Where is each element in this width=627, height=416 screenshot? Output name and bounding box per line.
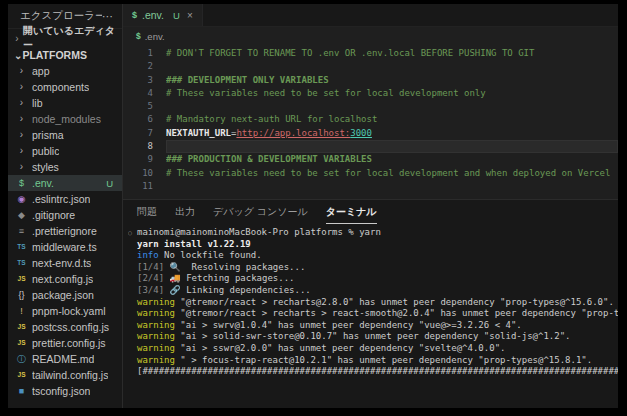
code-line[interactable]: 5 <box>123 100 618 113</box>
git-modified-badge: U <box>173 10 180 21</box>
file-tree-item[interactable]: {}package.json <box>8 287 122 303</box>
file-tree-item[interactable]: JSprettier.config.js <box>8 335 122 351</box>
panel-tab-item[interactable]: 問題 <box>137 200 157 224</box>
chevron-right-icon: › <box>15 146 28 156</box>
terminal-line[interactable]: warning "ai > swrv@1.0.4" has unmet peer… <box>128 320 618 332</box>
panel-tab-bar: 問題出力デバッグ コンソールターミナル <box>123 200 618 224</box>
file-tree-item-label: pnpm-lock.yaml <box>32 305 106 317</box>
terminal-line[interactable]: [2/4] 🚚 Fetching packages... <box>128 273 618 285</box>
file-tree-item[interactable]: ›styles <box>8 159 122 175</box>
javascript-icon: JS <box>15 274 28 284</box>
code-line[interactable]: 7NEXTAUTH_URL=http://app.localhost:3000 <box>123 127 618 140</box>
terminal-text: "@tremor/react > recharts > react-smooth… <box>175 308 618 318</box>
file-tree-item-label: prettier.config.js <box>32 337 106 349</box>
code-line[interactable]: 4# These variables need to be set for lo… <box>123 87 618 100</box>
terminal-line[interactable]: warning "@tremor/react > recharts@2.8.0"… <box>128 297 618 309</box>
terminal-line[interactable]: [3/4] 🔗 Linking dependencies... <box>128 285 618 297</box>
file-tree-item[interactable]: ›prisma <box>8 127 122 143</box>
terminal-line[interactable]: warning "ai > sswr@2.0.0" has unmet peer… <box>128 343 618 355</box>
terminal-text: "ai > solid-swr-store@0.10.7" has unmet … <box>175 331 571 341</box>
terminal-text: warning <box>137 297 175 307</box>
file-tree-item-label: tsconfig.json <box>32 385 90 397</box>
code-line[interactable]: 1# DON'T FORGET TO RENAME TO .env OR .en… <box>123 47 618 60</box>
terminal-line[interactable]: [#######################################… <box>128 366 618 378</box>
dollar-env-icon: $ <box>136 31 141 41</box>
chevron-right-icon: › <box>15 66 28 76</box>
code-line[interactable]: 10# These variables need to be set for l… <box>123 167 618 180</box>
file-tree-item-label: prisma <box>32 129 64 141</box>
file-tree-item[interactable]: TSmiddleware.ts <box>8 239 122 255</box>
code-token: NEXTAUTH_URL <box>166 128 231 138</box>
chevron-down-icon: ⌄ <box>11 50 22 61</box>
terminal-line[interactable]: info No lockfile found. <box>128 250 618 262</box>
file-tree-item[interactable]: TSnext-env.d.ts <box>8 255 122 271</box>
file-tree-item[interactable]: $.env.U <box>8 175 122 191</box>
file-tree-item[interactable]: ›components <box>8 79 122 95</box>
file-tree-item-label: app <box>32 65 50 77</box>
code-line-content: ### PRODUCTION & DEVELOPMENT VARIABLES <box>166 153 618 166</box>
file-tree-item[interactable]: ≡.prettierignore <box>8 223 122 239</box>
code-editor[interactable]: 1# DON'T FORGET TO RENAME TO .env OR .en… <box>123 45 618 199</box>
json-braces-icon: {} <box>15 290 28 300</box>
panel-tab-terminal-active[interactable]: ターミナル <box>326 200 377 224</box>
terminal-text: " > focus-trap-react@10.2.1" has unmet p… <box>175 355 592 365</box>
file-tree-item[interactable]: ›lib <box>8 95 122 111</box>
terminal-line[interactable]: warning " > focus-trap-react@10.2.1" has… <box>128 355 618 367</box>
exclamation-icon: ! <box>15 306 28 316</box>
code-line[interactable]: 9### PRODUCTION & DEVELOPMENT VARIABLES <box>123 153 618 166</box>
more-actions-icon[interactable]: ⋯ <box>102 10 114 23</box>
explorer-sidebar: エクスプローラー ⋯ › 開いているエディター ⌄ PLATFORMS ›app… <box>8 4 123 408</box>
terminal-line[interactable]: warning "@tremor/react > recharts > reac… <box>128 308 618 320</box>
close-icon[interactable]: × <box>187 10 193 21</box>
terminal-text: [3/4] <box>137 285 164 295</box>
file-tree-item[interactable]: ›node_modules <box>8 111 122 127</box>
terminal-line[interactable]: yarn install v1.22.19 <box>128 239 618 251</box>
file-tree-item[interactable]: ■tsconfig.json <box>8 383 122 399</box>
code-line[interactable]: 6# Mandatory next-auth URL for localhost <box>123 113 618 126</box>
terminal-line[interactable]: ○mainomi@mainominoMacBook-Pro platforms … <box>128 227 618 239</box>
file-tree-item-label: components <box>32 81 89 93</box>
code-token: # These variables need to be set for loc… <box>166 168 610 178</box>
open-editors-section[interactable]: › 開いているエディター <box>8 28 122 47</box>
panel-tab-item[interactable]: 出力 <box>175 200 195 224</box>
file-tree-item[interactable]: JStailwind.config.js <box>8 367 122 383</box>
file-tree-item[interactable]: ›public <box>8 143 122 159</box>
chevron-right-icon: › <box>15 98 28 108</box>
code-line[interactable]: 8 <box>123 140 618 153</box>
code-line-content: # These variables need to be set for loc… <box>166 87 618 100</box>
panel-tab-item[interactable]: デバッグ コンソール <box>213 200 308 224</box>
code-line-content: # These variables need to be set for loc… <box>166 167 618 180</box>
code-token: http://app.localhost: <box>236 128 350 138</box>
code-token: ### PRODUCTION & DEVELOPMENT VARIABLES <box>166 154 372 164</box>
file-tree-item[interactable]: ›app <box>8 63 122 79</box>
tab-label: .env. <box>142 9 164 21</box>
file-tree-item[interactable]: !pnpm-lock.yaml <box>8 303 122 319</box>
code-line[interactable]: 11 <box>123 180 618 193</box>
file-tree-item-label: styles <box>32 161 59 173</box>
code-token: # These variables need to be set for loc… <box>166 88 486 98</box>
command-decoration-icon: ○ <box>128 228 132 239</box>
line-number: 2 <box>123 60 166 73</box>
code-line[interactable]: 2 <box>123 60 618 73</box>
tab-env-file[interactable]: $ .env. U × <box>123 4 203 26</box>
terminal-text: 🔗 Linking dependencies... <box>164 285 311 295</box>
file-tree-item[interactable]: ◆.gitignore <box>8 207 122 223</box>
file-tree-item[interactable]: JSpostcss.config.js <box>8 319 122 335</box>
terminal-line[interactable]: warning "ai > solid-swr-store@0.10.7" ha… <box>128 331 618 343</box>
terminal[interactable]: ○mainomi@mainominoMacBook-Pro platforms … <box>123 224 618 408</box>
terminal-line[interactable]: [1/4] 🔍 Resolving packages... <box>128 262 618 274</box>
code-line-content: # DON'T FORGET TO RENAME TO .env OR .env… <box>166 47 618 60</box>
file-tree-item[interactable]: ◉.eslintrc.json <box>8 191 122 207</box>
breadcrumb[interactable]: $ .env. <box>123 27 618 45</box>
file-tree-item[interactable]: ⓘREADME.md <box>8 351 122 367</box>
javascript-icon: JS <box>15 322 28 332</box>
chevron-right-icon: › <box>15 82 28 92</box>
workspace-root[interactable]: ⌄ PLATFORMS <box>8 47 122 63</box>
code-line[interactable]: 3### DEVELOPMENT ONLY VARIABLES <box>123 74 618 87</box>
file-tree-item-label: .env. <box>32 177 54 189</box>
javascript-icon: JS <box>15 338 28 348</box>
file-tree-item-label: node_modules <box>32 113 101 125</box>
file-tree-item[interactable]: JSnext.config.js <box>8 271 122 287</box>
code-line-content <box>166 60 618 73</box>
terminal-text: warning <box>137 331 175 341</box>
